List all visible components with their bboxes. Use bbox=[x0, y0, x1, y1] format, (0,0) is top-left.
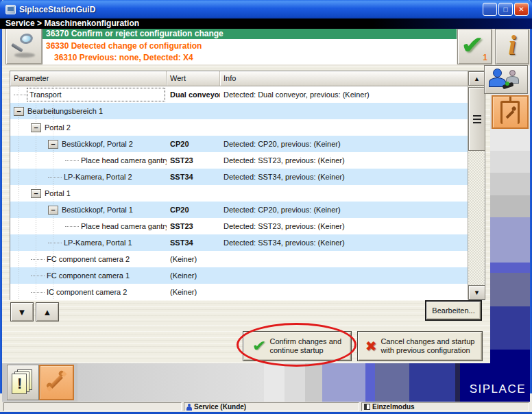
tree-collapse-button[interactable]: – bbox=[14, 107, 24, 116]
table-row[interactable]: – Bearbeitungsbereich 1 bbox=[10, 103, 468, 119]
tree-branch-line bbox=[65, 226, 79, 227]
wrench-icon bbox=[45, 371, 66, 392]
mode-label: Einzelmodus bbox=[372, 403, 415, 411]
status-panel-user: Service (Kunde) bbox=[184, 402, 359, 411]
wert-cell bbox=[167, 185, 220, 202]
maximize-button[interactable]: □ bbox=[498, 3, 513, 16]
wert-cell bbox=[167, 103, 220, 119]
table-row[interactable]: Place head camera gantry 1 SST23 Detecte… bbox=[10, 218, 468, 234]
table-row[interactable]: LP-Kamera, Portal 1 SST34 Detected: SST3… bbox=[10, 234, 468, 251]
wert-cell: SST34 bbox=[167, 234, 220, 251]
table-header: Parameter Wert Info bbox=[10, 71, 485, 86]
parameter-cell: – Bestückkopf, Portal 2 bbox=[10, 136, 167, 152]
parameter-label: IC component camera 2 bbox=[47, 288, 127, 296]
info-cell: Detected: SST34, previous: (Keiner) bbox=[220, 234, 468, 251]
magnifier-icon bbox=[19, 32, 34, 45]
user-management-button[interactable] bbox=[484, 65, 528, 94]
tree-branch-line bbox=[31, 276, 45, 276]
table-row[interactable]: – Portal 1 bbox=[10, 185, 468, 202]
scroll-down-button[interactable]: ▼ bbox=[468, 285, 485, 300]
check-icon: ✔ bbox=[461, 31, 485, 60]
mode-icon bbox=[364, 404, 370, 410]
column-header-wert[interactable]: Wert bbox=[167, 71, 220, 86]
banner-message-1: 36330 Detected change of configuration bbox=[43, 41, 457, 51]
wert-cell: SST34 bbox=[167, 169, 220, 185]
minimize-button[interactable]: _ bbox=[483, 3, 497, 16]
parameter-cell: LP-Kamera, Portal 2 bbox=[10, 169, 167, 185]
cancel-cross-icon: ✖ bbox=[365, 338, 377, 354]
alarm-messages-button[interactable]: ! bbox=[7, 365, 39, 400]
table-row[interactable]: Transport Dual conveyor Detected: Dual c… bbox=[10, 86, 468, 103]
table-row[interactable]: FC component camera 1 (Keiner) bbox=[10, 267, 468, 284]
parameter-label: FC component camera 1 bbox=[47, 271, 130, 280]
tree-branch-line bbox=[48, 243, 62, 243]
scroll-up-button[interactable]: ▲ bbox=[468, 71, 485, 86]
cancel-label-line2: with previous configuration bbox=[380, 346, 470, 354]
tree-branch-line bbox=[14, 95, 27, 95]
parameter-label: Bestückkopf, Portal 1 bbox=[62, 206, 133, 214]
parameter-cell: FC component camera 2 bbox=[10, 251, 167, 267]
table-row[interactable]: – Bestückkopf, Portal 2 CP20 Detected: C… bbox=[10, 136, 468, 152]
application-window: SiplaceStationGuiD _ □ ✕ Service > Masch… bbox=[0, 0, 532, 414]
navigate-up-button[interactable]: ▲ bbox=[36, 302, 59, 321]
wert-cell: (Keiner) bbox=[167, 284, 220, 300]
scrollbar-thumb[interactable] bbox=[468, 87, 485, 151]
breadcrumb: Service > Maschinenkonfiguration bbox=[0, 19, 532, 29]
alarm-pages-icon: ! bbox=[8, 365, 38, 400]
tree-collapse-button[interactable]: – bbox=[31, 189, 41, 198]
info-cell bbox=[220, 119, 468, 136]
info-cell bbox=[220, 267, 468, 284]
wert-cell bbox=[167, 119, 220, 136]
table-row[interactable]: – Portal 2 bbox=[10, 119, 468, 136]
parameter-cell: Place head camera gantry 2 bbox=[10, 152, 167, 169]
service-wrench-button[interactable] bbox=[39, 365, 74, 400]
users-icon bbox=[485, 66, 527, 93]
parameter-cell: IC component camera 2 bbox=[10, 284, 167, 300]
parameter-cell: Transport bbox=[10, 86, 167, 103]
tree-collapse-button[interactable]: – bbox=[48, 206, 58, 215]
table-row[interactable]: – Bestückkopf, Portal 1 CP20 Detected: C… bbox=[10, 202, 468, 218]
wert-cell: CP20 bbox=[167, 202, 220, 218]
parameter-label: Transport bbox=[29, 90, 62, 99]
wert-cell: (Keiner) bbox=[167, 251, 220, 267]
column-header-parameter[interactable]: Parameter bbox=[10, 71, 167, 86]
title-bar[interactable]: SiplaceStationGuiD _ □ ✕ bbox=[0, 0, 532, 19]
cancel-changes-button[interactable]: ✖ Cancel changes and startup with previo… bbox=[357, 331, 483, 361]
bearbeiten-button[interactable]: Bearbeiten... bbox=[425, 300, 482, 321]
parameter-label: LP-Kamera, Portal 1 bbox=[64, 239, 132, 247]
parameter-label: Portal 1 bbox=[45, 189, 71, 197]
table-row[interactable]: Place head camera gantry 2 SST23 Detecte… bbox=[10, 152, 468, 169]
window-title: SiplaceStationGuiD bbox=[19, 5, 95, 14]
window-border bbox=[0, 0, 2, 393]
column-header-info[interactable]: Info bbox=[220, 71, 485, 86]
info-button[interactable]: i bbox=[495, 29, 529, 64]
info-cell: Detected: CP20, previous: (Keiner) bbox=[220, 202, 468, 218]
info-cell: Detected: SST23, previous: (Keiner) bbox=[220, 152, 468, 169]
info-icon: i bbox=[496, 29, 529, 61]
parameter-label: Bearbeitungsbereich 1 bbox=[27, 107, 103, 115]
vertical-scrollbar[interactable]: ▲ ▼ bbox=[468, 71, 485, 300]
table-row[interactable]: FC component camera 2 (Keiner) bbox=[10, 251, 468, 267]
confirm-messages-button[interactable]: ✔ 1 bbox=[457, 29, 492, 64]
user-label: Service (Kunde) bbox=[194, 403, 246, 411]
info-cell bbox=[220, 284, 468, 300]
parameter-label: Place head camera gantry 2 bbox=[81, 156, 167, 165]
tree-branch-line bbox=[65, 160, 79, 161]
bottom-brand-strip bbox=[2, 363, 490, 402]
app-icon bbox=[5, 5, 16, 14]
parameter-cell: FC component camera 1 bbox=[10, 267, 167, 284]
table-row[interactable]: LP-Kamera, Portal 2 SST34 Detected: SST3… bbox=[10, 169, 468, 185]
parameter-label: Bestückkopf, Portal 2 bbox=[62, 140, 133, 148]
info-cell: Detected: SST23, previous: (Keiner) bbox=[220, 218, 468, 234]
hand-wrench-icon bbox=[500, 101, 520, 124]
machine-configuration-button[interactable] bbox=[492, 95, 529, 129]
tree-collapse-button[interactable]: – bbox=[31, 123, 41, 132]
close-button[interactable]: ✕ bbox=[514, 3, 529, 16]
navigate-down-button[interactable]: ▼ bbox=[10, 302, 34, 321]
siplace-logo: SIPLACE bbox=[470, 382, 526, 396]
banner-message-2: 36310 Previous: none, Detected: X4 bbox=[43, 53, 457, 62]
table-row[interactable]: IC component camera 2 (Keiner) bbox=[10, 284, 468, 300]
tree-collapse-button[interactable]: – bbox=[48, 140, 58, 149]
message-banner: 36370 Confirm or reject configuration ch… bbox=[43, 29, 457, 64]
zoom-view-button[interactable] bbox=[5, 27, 43, 64]
